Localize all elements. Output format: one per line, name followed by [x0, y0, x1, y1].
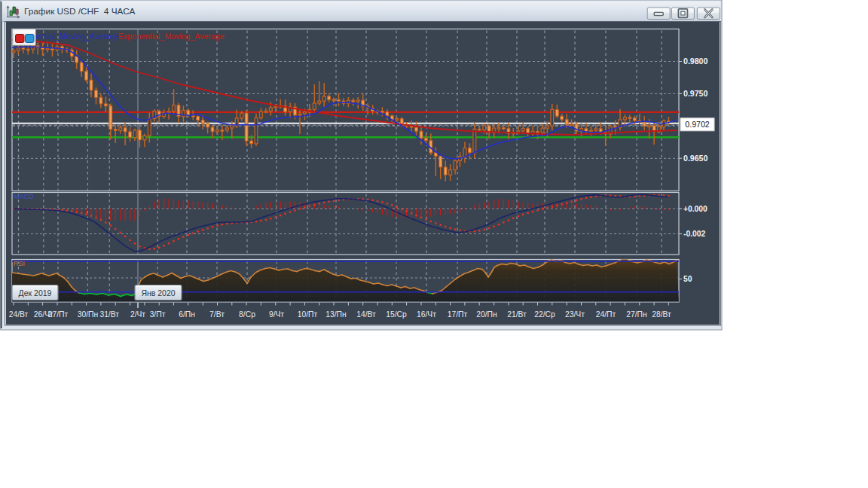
svg-text:13/Пн: 13/Пн — [326, 310, 346, 319]
svg-text:Exponential_Moving_Average: Exponential_Moving_Average — [118, 32, 225, 41]
svg-text:ential_Moving_Average: ential_Moving_Average — [36, 32, 120, 41]
svg-text:RSI: RSI — [14, 260, 25, 267]
svg-text:28/Вт: 28/Вт — [652, 310, 671, 319]
svg-text:14/Вт: 14/Вт — [356, 310, 376, 319]
svg-text:24/Пт: 24/Пт — [596, 310, 616, 319]
svg-text:Дек 2019: Дек 2019 — [19, 288, 52, 297]
svg-text:24/Вт: 24/Вт — [9, 310, 29, 319]
svg-text:23/Чт: 23/Чт — [565, 310, 585, 319]
svg-text:0.9750: 0.9750 — [683, 89, 708, 98]
svg-text:+0.000: +0.000 — [683, 205, 708, 213]
svg-text:31/Вт: 31/Вт — [99, 310, 119, 319]
svg-text:6/Пн: 6/Пн — [179, 310, 195, 319]
svg-text:9/Чт: 9/Чт — [269, 310, 284, 319]
svg-text:22/Ср: 22/Ср — [534, 310, 555, 319]
svg-text:17/Пт: 17/Пт — [448, 310, 468, 319]
svg-text:3/Пт: 3/Пт — [150, 310, 166, 319]
svg-text:27/Пт: 27/Пт — [48, 310, 69, 319]
svg-text:21/Вт: 21/Вт — [507, 310, 527, 319]
svg-text:Янв 2020: Янв 2020 — [141, 288, 175, 297]
svg-text:0.9650: 0.9650 — [683, 154, 708, 163]
svg-text:50: 50 — [683, 275, 692, 283]
svg-text:16/Чт: 16/Чт — [417, 310, 436, 319]
svg-text:10/Пт: 10/Пт — [298, 310, 318, 319]
svg-text:7/Вт: 7/Вт — [209, 310, 225, 319]
svg-text:MACD: MACD — [14, 193, 34, 200]
svg-text:2/Чт: 2/Чт — [130, 310, 145, 319]
svg-text:8/Ср: 8/Ср — [239, 310, 255, 319]
svg-text:15/Ср: 15/Ср — [386, 310, 407, 319]
svg-text:0.9702: 0.9702 — [685, 120, 710, 129]
svg-text:30/Пн: 30/Пн — [78, 310, 98, 319]
svg-text:20/Пн: 20/Пн — [476, 310, 497, 319]
svg-text:0.9800: 0.9800 — [683, 56, 708, 66]
svg-text:-0.002: -0.002 — [683, 230, 705, 238]
svg-text:График USD /CHF 4 ЧАСА: График USD /CHF 4 ЧАСА — [24, 6, 135, 17]
svg-text:27/Пн: 27/Пн — [626, 310, 646, 319]
